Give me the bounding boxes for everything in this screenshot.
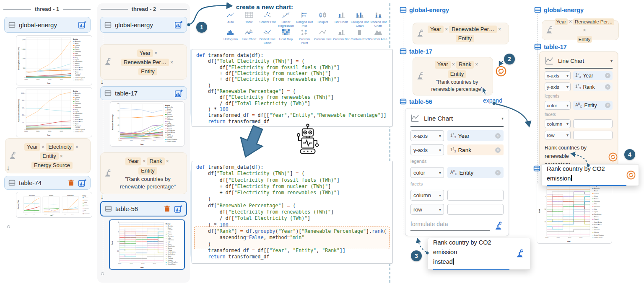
- chart-type-custompoint[interactable]: Custom Point: [295, 29, 314, 45]
- chart-type-header[interactable]: Line Chart ▾: [545, 55, 613, 69]
- chart-type-auto[interactable]: Auto: [221, 12, 240, 28]
- facet-column-value[interactable]: [573, 119, 613, 128]
- facet-row-value[interactable]: [573, 131, 613, 139]
- field-pill[interactable]: Renewable Per…: [573, 18, 614, 25]
- refresh-icon[interactable]: [626, 170, 636, 180]
- clear-icon[interactable]: ×: [495, 170, 501, 175]
- field-pill[interactable]: Year: [435, 61, 451, 68]
- label-global-energy-a[interactable]: global-energy: [400, 6, 449, 13]
- svg-text:United States: United States: [594, 237, 602, 239]
- label-table-17-b[interactable]: table-17: [534, 43, 567, 50]
- refresh-icon[interactable]: [608, 152, 618, 162]
- formulate-robot-icon[interactable]: [516, 249, 525, 258]
- facet-column-selector[interactable]: column▾: [545, 119, 571, 128]
- svg-text:Poland: Poland: [168, 250, 172, 251]
- clear-icon[interactable]: ×: [605, 103, 610, 108]
- facet-column-value[interactable]: [447, 190, 504, 201]
- clear-icon[interactable]: ×: [605, 84, 610, 90]
- chart-type-histogram[interactable]: Histogram: [221, 29, 240, 45]
- chart-type-scatter[interactable]: Scatter Plot: [258, 12, 277, 28]
- field-pill[interactable]: Entity: [448, 70, 467, 78]
- chart-type-linreg[interactable]: Linear Regression: [277, 12, 295, 28]
- table-card-global-energy-t2[interactable]: global-energy: [100, 17, 187, 33]
- add-chart-icon[interactable]: [174, 21, 183, 29]
- x-axis-value[interactable]: 123Year×: [573, 71, 613, 80]
- chart-type-rangeddot[interactable]: Ranged Dot Plot: [295, 12, 314, 28]
- color-selector[interactable]: color▾: [410, 167, 444, 178]
- chart-type-boxplot[interactable]: Boxplot: [314, 12, 332, 28]
- field-pill[interactable]: Year: [137, 49, 153, 57]
- facet-row-selector[interactable]: row▾: [545, 131, 571, 139]
- svg-text:Mexico: Mexico: [84, 214, 88, 216]
- label-global-energy-b[interactable]: global-energy: [534, 6, 584, 13]
- field-pill[interactable]: Rank: [456, 61, 474, 68]
- refresh-icon[interactable]: [496, 66, 506, 77]
- svg-text:India: India: [84, 206, 87, 208]
- field-pill[interactable]: Entity: [138, 167, 157, 175]
- y-axis-value[interactable]: 123Rank×: [447, 144, 504, 155]
- label-table-56-a[interactable]: table-56: [400, 98, 432, 105]
- field-pill[interactable]: Year: [24, 143, 40, 151]
- table-card-table-56[interactable]: table-56: [100, 201, 187, 216]
- field-pill[interactable]: Entity: [138, 68, 157, 75]
- chart-type-dottedline[interactable]: Dotted Line Chart: [258, 29, 277, 45]
- facet-column-selector[interactable]: column▾: [410, 190, 444, 201]
- color-selector[interactable]: color▾: [545, 101, 571, 110]
- x-axis-selector[interactable]: x-axis▾: [410, 130, 444, 141]
- field-pill[interactable]: Renewable Per…: [449, 26, 497, 33]
- formulate-input-a[interactable]: Rank country by CO2 emission instead: [433, 238, 516, 270]
- svg-text:Australia: Australia: [75, 93, 80, 94]
- field-pill[interactable]: Energy Source: [31, 162, 73, 169]
- chart-type-groupedbar[interactable]: Grouped Bar Chart: [351, 12, 369, 28]
- field-pill[interactable]: Year: [125, 157, 141, 165]
- y-axis-selector[interactable]: y-axis▾: [545, 82, 571, 91]
- chart-type-line[interactable]: Line Chart: [240, 29, 258, 45]
- svg-text:500: 500: [23, 67, 26, 69]
- field-pill[interactable]: Year: [555, 18, 568, 25]
- chart-type-customline[interactable]: Custom Line: [314, 29, 332, 45]
- color-value[interactable]: ABCEntity×: [573, 101, 613, 110]
- add-chart-icon[interactable]: [174, 205, 182, 213]
- table-card-table-74[interactable]: table-74: [4, 176, 91, 190]
- add-chart-icon[interactable]: [174, 89, 183, 98]
- y-axis-value[interactable]: 123Rank×: [573, 82, 613, 91]
- label-table-17-a[interactable]: table-17: [400, 48, 432, 55]
- field-pill[interactable]: Entity: [577, 36, 592, 43]
- chart-type-customarea[interactable]: Custom Area: [369, 29, 387, 45]
- table-label: table-56: [409, 98, 432, 105]
- chart-type-bar[interactable]: Bar Chart: [332, 12, 351, 28]
- formulate-input[interactable]: formulate data: [410, 221, 490, 231]
- color-value[interactable]: ABCEntity×: [447, 167, 504, 178]
- chart-type-table[interactable]: Table: [240, 12, 258, 28]
- add-chart-icon[interactable]: [78, 21, 86, 29]
- field-pill[interactable]: Entity: [456, 35, 475, 42]
- table-card-global-energy-t1[interactable]: global-energy: [4, 17, 91, 33]
- table-card-table-17[interactable]: table-17: [100, 86, 187, 100]
- delete-table-icon[interactable]: [68, 179, 75, 186]
- add-chart-icon[interactable]: [78, 179, 86, 187]
- facet-row-value[interactable]: [447, 204, 504, 215]
- field-pill[interactable]: Renewable Per…: [121, 59, 169, 66]
- chart-type-heatmap[interactable]: Heat Map: [277, 29, 295, 45]
- line-chart-icon: [545, 56, 554, 65]
- field-pill[interactable]: Year: [428, 26, 444, 33]
- formulate-robot-icon[interactable]: [494, 222, 504, 231]
- y-axis-selector[interactable]: y-axis▾: [410, 144, 444, 155]
- clear-icon[interactable]: ×: [495, 147, 501, 153]
- formulate-input-b[interactable]: Rank country by CO2 emission: [547, 164, 626, 186]
- facet-row-selector[interactable]: row▾: [410, 204, 444, 215]
- chart-type-customrect[interactable]: Custom Rect: [351, 29, 369, 45]
- clear-icon[interactable]: ×: [605, 73, 610, 78]
- field-pill[interactable]: Rank: [147, 157, 164, 165]
- chart-type-header[interactable]: Line Chart ▾: [410, 112, 504, 127]
- chart-type-custombar[interactable]: Custom Bar: [332, 29, 351, 45]
- field-pill[interactable]: Electricity: [46, 143, 74, 151]
- delete-table-icon[interactable]: [164, 205, 171, 212]
- field-pill[interactable]: Entity: [40, 152, 59, 160]
- chart-type-stackedbar[interactable]: Stacked Bar Chart: [369, 12, 387, 28]
- x-axis-value[interactable]: 123Year×: [447, 130, 504, 141]
- svg-text:Spain: Spain: [594, 227, 598, 228]
- svg-text:Kazakhstan: Kazakhstan: [75, 61, 82, 62]
- x-axis-selector[interactable]: x-axis▾: [545, 71, 571, 80]
- clear-icon[interactable]: ×: [495, 133, 501, 139]
